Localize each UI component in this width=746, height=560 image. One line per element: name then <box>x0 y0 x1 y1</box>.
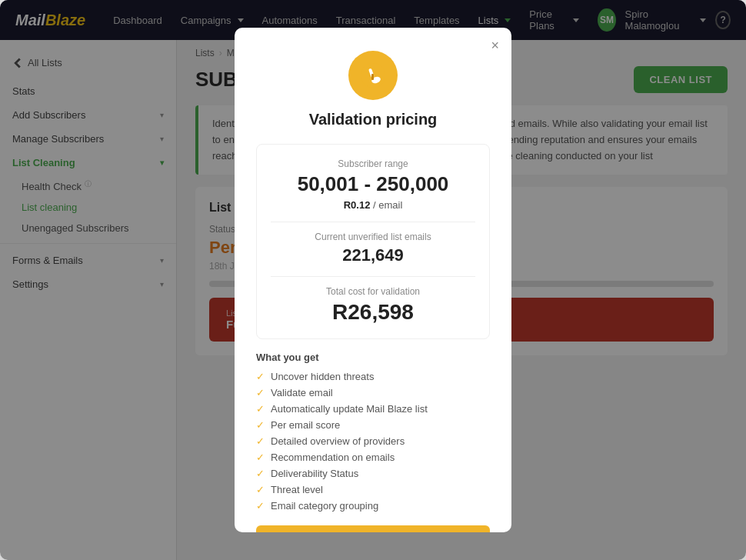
check-icon: ✓ <box>256 452 265 463</box>
total-cost-label: Total cost for validation <box>271 286 475 297</box>
per-email-price: R0.12 / email <box>271 199 475 211</box>
subscriber-range-value: 50,001 - 250,000 <box>271 172 475 196</box>
icon-circle <box>348 51 398 100</box>
unverified-value: 221,649 <box>271 245 475 265</box>
benefit-item: ✓Recommendation on emails <box>256 452 490 463</box>
modal-close-button[interactable]: × <box>491 38 499 52</box>
check-icon: ✓ <box>256 435 265 447</box>
benefit-item: ✓Uncover hidden threats <box>256 371 490 382</box>
app-window: MailBlaze Dashboard Campaigns Automation… <box>0 0 746 560</box>
wyg-title: What you get <box>256 352 490 363</box>
benefit-item: ✓Automatically update Mail Blaze list <box>256 403 490 415</box>
modal-icon-area <box>256 51 490 100</box>
check-icon: ✓ <box>256 387 265 398</box>
benefit-item: ✓Threat level <box>256 484 490 495</box>
modal-title: Validation pricing <box>256 111 490 128</box>
check-icon: ✓ <box>256 419 265 431</box>
check-icon: ✓ <box>256 500 265 512</box>
total-cost-value: R26,598 <box>271 300 475 325</box>
benefits-list: ✓Uncover hidden threats✓Validate email✓A… <box>256 371 490 512</box>
check-icon: ✓ <box>256 371 265 382</box>
divider <box>271 276 475 277</box>
benefit-item: ✓Validate email <box>256 387 490 398</box>
broom-icon <box>361 63 385 88</box>
unverified-label: Current unverified list emails <box>271 232 475 242</box>
pricing-card: Subscriber range 50,001 - 250,000 R0.12 … <box>256 144 490 339</box>
what-you-get-section: What you get ✓Uncover hidden threats✓Val… <box>256 352 490 512</box>
check-icon: ✓ <box>256 403 265 415</box>
modal-overlay[interactable]: × Validation pricing Subscriber range 50… <box>0 0 746 560</box>
subscriber-range-label: Subscriber range <box>271 158 475 169</box>
check-icon: ✓ <box>256 468 265 479</box>
benefit-item: ✓Deliverability Status <box>256 468 490 479</box>
benefit-item: ✓Per email score <box>256 419 490 431</box>
svg-rect-3 <box>371 74 374 80</box>
validation-pricing-modal: × Validation pricing Subscriber range 50… <box>235 28 511 532</box>
benefit-item: ✓Detailed overview of providers <box>256 435 490 447</box>
modal-clean-list-button[interactable]: CLEAN LIST <box>256 525 490 532</box>
divider <box>271 222 475 222</box>
benefit-item: ✓Email category grouping <box>256 500 490 512</box>
check-icon: ✓ <box>256 484 265 495</box>
